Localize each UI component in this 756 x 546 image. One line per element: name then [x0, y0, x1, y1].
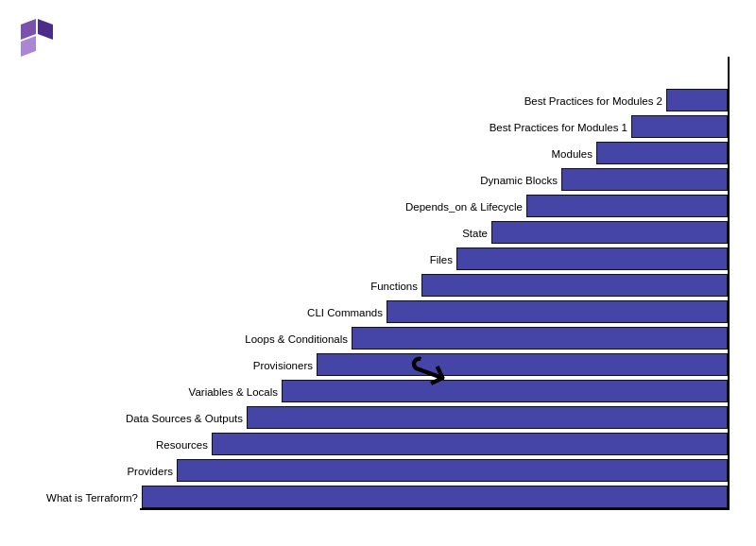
step-bar [387, 300, 728, 323]
step-label: Functions [0, 281, 418, 292]
step-bar [142, 486, 728, 508]
step-bar [282, 380, 728, 402]
step-bar [247, 406, 728, 429]
step-label: CLI Commands [0, 307, 383, 318]
svg-marker-0 [21, 19, 36, 40]
step-bar [177, 459, 728, 482]
step-bar [421, 274, 728, 297]
terraform-logo [19, 17, 59, 57]
step-bar [526, 195, 728, 217]
step-label: Loops & Conditionals [0, 333, 348, 345]
step-label: Best Practices for Modules 2 [0, 95, 662, 107]
step-label: State [0, 228, 488, 239]
step-bar [212, 433, 728, 455]
step-bar [456, 247, 728, 270]
step-label: Files [0, 254, 453, 265]
step-label: Dynamic Blocks [0, 175, 558, 186]
step-label: Depends_on & Lifecycle [0, 201, 523, 213]
step-label: Modules [0, 148, 593, 160]
step-bar [491, 221, 728, 244]
step-label: Resources [0, 439, 208, 451]
step-label: Best Practices for Modules 1 [0, 122, 627, 133]
step-bar [596, 142, 728, 164]
step-label: Provisioners [0, 360, 313, 371]
step-bar [352, 327, 728, 350]
step-bar [666, 89, 728, 111]
step-label: Data Sources & Outputs [0, 413, 243, 424]
svg-marker-2 [21, 36, 36, 57]
axis-right [728, 57, 730, 510]
title-area [19, 17, 64, 57]
svg-marker-1 [38, 19, 53, 40]
step-label: Variables & Locals [0, 386, 278, 398]
axis-bottom [140, 508, 730, 510]
main-container: What is Terraform?ProvidersResourcesData… [0, 0, 756, 546]
step-bar [317, 353, 728, 376]
step-bar [561, 168, 728, 191]
step-label: What is Terraform? [0, 492, 138, 503]
step-bar [631, 115, 728, 138]
step-label: Providers [0, 466, 173, 477]
